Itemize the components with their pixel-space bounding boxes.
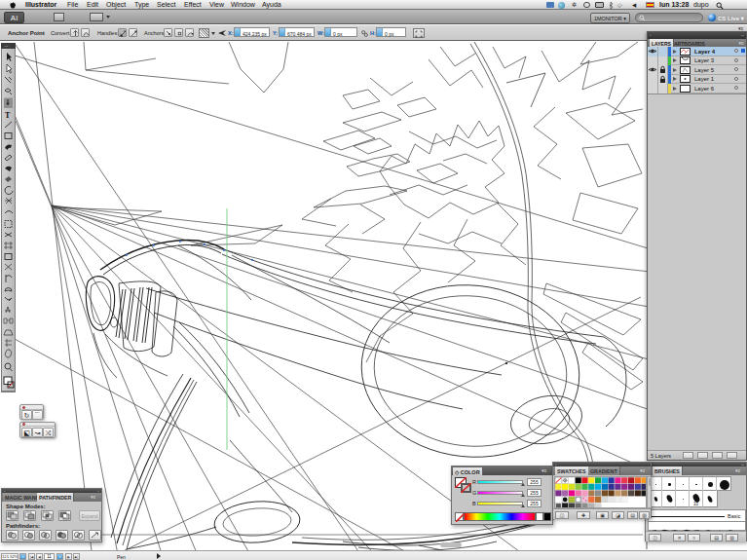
svg-text:T: T (5, 111, 11, 120)
